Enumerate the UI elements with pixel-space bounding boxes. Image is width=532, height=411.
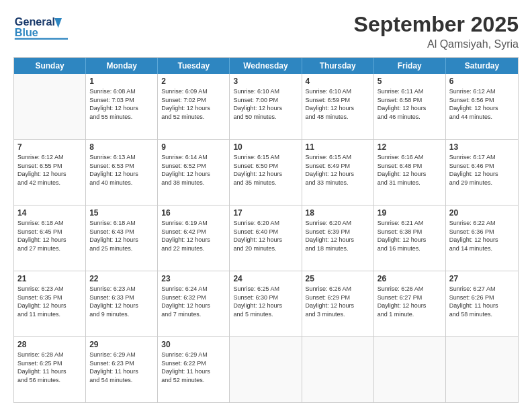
calendar-cell: 12Sunrise: 6:16 AM Sunset: 6:48 PM Dayli…	[374, 140, 446, 205]
calendar-header: SundayMondayTuesdayWednesdayThursdayFrid…	[14, 58, 518, 74]
day-number: 1	[89, 77, 154, 86]
logo-svg: General Blue	[13, 12, 74, 42]
day-info: Sunrise: 6:28 AM Sunset: 6:25 PM Dayligh…	[17, 351, 82, 384]
calendar-cell: 13Sunrise: 6:17 AM Sunset: 6:46 PM Dayli…	[446, 140, 518, 205]
logo: General Blue	[13, 12, 74, 42]
day-info: Sunrise: 6:08 AM Sunset: 7:03 PM Dayligh…	[89, 87, 154, 121]
day-info: Sunrise: 6:18 AM Sunset: 6:45 PM Dayligh…	[17, 219, 82, 253]
day-number: 21	[17, 274, 82, 283]
day-info: Sunrise: 6:23 AM Sunset: 6:35 PM Dayligh…	[17, 285, 82, 318]
day-number: 6	[449, 77, 515, 86]
day-number: 7	[17, 142, 82, 152]
day-info: Sunrise: 6:10 AM Sunset: 6:59 PM Dayligh…	[306, 87, 370, 121]
day-info: Sunrise: 6:21 AM Sunset: 6:38 PM Dayligh…	[378, 219, 442, 253]
subtitle: Al Qamsiyah, Syria	[354, 38, 519, 50]
day-info: Sunrise: 6:29 AM Sunset: 6:22 PM Dayligh…	[161, 351, 226, 384]
calendar-cell: 28Sunrise: 6:28 AM Sunset: 6:25 PM Dayli…	[14, 337, 86, 402]
calendar-cell: 7Sunrise: 6:12 AM Sunset: 6:55 PM Daylig…	[14, 140, 86, 205]
calendar-cell: 30Sunrise: 6:29 AM Sunset: 6:22 PM Dayli…	[158, 337, 230, 402]
calendar-cell: 20Sunrise: 6:22 AM Sunset: 6:36 PM Dayli…	[446, 205, 518, 271]
day-number: 19	[378, 208, 442, 218]
calendar-cell: 2Sunrise: 6:09 AM Sunset: 7:02 PM Daylig…	[158, 74, 230, 139]
calendar-header-cell: Wednesday	[230, 58, 302, 74]
day-number: 29	[89, 340, 154, 349]
day-info: Sunrise: 6:15 AM Sunset: 6:49 PM Dayligh…	[306, 153, 370, 187]
day-info: Sunrise: 6:15 AM Sunset: 6:50 PM Dayligh…	[233, 153, 298, 187]
calendar-week-4: 21Sunrise: 6:23 AM Sunset: 6:35 PM Dayli…	[14, 271, 518, 337]
calendar-cell	[230, 337, 302, 402]
day-number: 30	[161, 340, 226, 349]
day-number: 28	[17, 340, 82, 349]
calendar-cell: 1Sunrise: 6:08 AM Sunset: 7:03 PM Daylig…	[86, 74, 158, 139]
calendar-cell: 23Sunrise: 6:24 AM Sunset: 6:32 PM Dayli…	[158, 271, 230, 336]
calendar-cell: 8Sunrise: 6:13 AM Sunset: 6:53 PM Daylig…	[86, 140, 158, 205]
calendar-cell: 15Sunrise: 6:18 AM Sunset: 6:43 PM Dayli…	[86, 205, 158, 271]
calendar-cell: 9Sunrise: 6:14 AM Sunset: 6:52 PM Daylig…	[158, 140, 230, 205]
day-info: Sunrise: 6:20 AM Sunset: 6:39 PM Dayligh…	[306, 219, 370, 253]
calendar-cell: 14Sunrise: 6:18 AM Sunset: 6:45 PM Dayli…	[14, 205, 86, 271]
day-number: 25	[306, 274, 370, 283]
calendar-header-cell: Thursday	[302, 58, 374, 74]
calendar-body: 1Sunrise: 6:08 AM Sunset: 7:03 PM Daylig…	[14, 74, 518, 402]
main-title: September 2025	[354, 12, 519, 37]
calendar-cell: 18Sunrise: 6:20 AM Sunset: 6:39 PM Dayli…	[302, 205, 374, 271]
day-info: Sunrise: 6:20 AM Sunset: 6:40 PM Dayligh…	[233, 219, 298, 253]
day-info: Sunrise: 6:13 AM Sunset: 6:53 PM Dayligh…	[89, 153, 154, 187]
day-number: 27	[449, 274, 515, 283]
calendar-week-1: 1Sunrise: 6:08 AM Sunset: 7:03 PM Daylig…	[14, 74, 518, 140]
day-number: 20	[449, 208, 515, 218]
day-number: 4	[306, 77, 370, 86]
svg-rect-3	[15, 38, 68, 40]
day-number: 22	[89, 274, 154, 283]
calendar-cell: 11Sunrise: 6:15 AM Sunset: 6:49 PM Dayli…	[302, 140, 374, 205]
calendar-cell: 24Sunrise: 6:25 AM Sunset: 6:30 PM Dayli…	[230, 271, 302, 336]
day-number: 3	[233, 77, 298, 86]
calendar-cell: 25Sunrise: 6:26 AM Sunset: 6:29 PM Dayli…	[302, 271, 374, 336]
day-info: Sunrise: 6:19 AM Sunset: 6:42 PM Dayligh…	[161, 219, 226, 253]
header: General Blue September 2025 Al Qamsiyah,…	[13, 12, 519, 50]
day-number: 5	[378, 77, 442, 86]
calendar-cell	[14, 74, 86, 139]
calendar-week-5: 28Sunrise: 6:28 AM Sunset: 6:25 PM Dayli…	[14, 337, 518, 402]
day-info: Sunrise: 6:25 AM Sunset: 6:30 PM Dayligh…	[233, 285, 298, 318]
title-block: September 2025 Al Qamsiyah, Syria	[354, 12, 519, 50]
day-number: 26	[378, 274, 442, 283]
svg-text:General: General	[15, 15, 55, 28]
calendar-cell	[302, 337, 374, 402]
day-info: Sunrise: 6:23 AM Sunset: 6:33 PM Dayligh…	[89, 285, 154, 318]
calendar-cell	[374, 337, 446, 402]
day-info: Sunrise: 6:17 AM Sunset: 6:46 PM Dayligh…	[449, 153, 515, 187]
svg-text:Blue: Blue	[15, 26, 38, 38]
calendar-header-cell: Friday	[374, 58, 446, 74]
calendar-cell: 19Sunrise: 6:21 AM Sunset: 6:38 PM Dayli…	[374, 205, 446, 271]
calendar-cell: 3Sunrise: 6:10 AM Sunset: 7:00 PM Daylig…	[230, 74, 302, 139]
day-info: Sunrise: 6:12 AM Sunset: 6:56 PM Dayligh…	[449, 87, 515, 121]
calendar-cell: 6Sunrise: 6:12 AM Sunset: 6:56 PM Daylig…	[446, 74, 518, 139]
day-number: 24	[233, 274, 298, 283]
day-number: 2	[161, 77, 226, 86]
calendar-cell	[446, 337, 518, 402]
day-info: Sunrise: 6:26 AM Sunset: 6:27 PM Dayligh…	[378, 285, 442, 318]
day-info: Sunrise: 6:29 AM Sunset: 6:23 PM Dayligh…	[89, 351, 154, 384]
day-info: Sunrise: 6:12 AM Sunset: 6:55 PM Dayligh…	[17, 153, 82, 187]
day-number: 10	[233, 142, 298, 152]
calendar-cell: 22Sunrise: 6:23 AM Sunset: 6:33 PM Dayli…	[86, 271, 158, 336]
day-info: Sunrise: 6:11 AM Sunset: 6:58 PM Dayligh…	[378, 87, 442, 121]
calendar-week-3: 14Sunrise: 6:18 AM Sunset: 6:45 PM Dayli…	[14, 205, 518, 271]
day-number: 15	[89, 208, 154, 218]
page: General Blue September 2025 Al Qamsiyah,…	[0, 0, 532, 411]
day-number: 12	[378, 142, 442, 152]
calendar-header-cell: Monday	[86, 58, 158, 74]
calendar-cell: 5Sunrise: 6:11 AM Sunset: 6:58 PM Daylig…	[374, 74, 446, 139]
calendar: SundayMondayTuesdayWednesdayThursdayFrid…	[13, 57, 519, 403]
calendar-cell: 21Sunrise: 6:23 AM Sunset: 6:35 PM Dayli…	[14, 271, 86, 336]
calendar-week-2: 7Sunrise: 6:12 AM Sunset: 6:55 PM Daylig…	[14, 140, 518, 205]
day-info: Sunrise: 6:14 AM Sunset: 6:52 PM Dayligh…	[161, 153, 226, 187]
day-info: Sunrise: 6:16 AM Sunset: 6:48 PM Dayligh…	[378, 153, 442, 187]
calendar-cell: 16Sunrise: 6:19 AM Sunset: 6:42 PM Dayli…	[158, 205, 230, 271]
calendar-cell: 27Sunrise: 6:27 AM Sunset: 6:26 PM Dayli…	[446, 271, 518, 336]
calendar-header-cell: Saturday	[446, 58, 518, 74]
calendar-cell: 29Sunrise: 6:29 AM Sunset: 6:23 PM Dayli…	[86, 337, 158, 402]
calendar-cell: 26Sunrise: 6:26 AM Sunset: 6:27 PM Dayli…	[374, 271, 446, 336]
day-info: Sunrise: 6:10 AM Sunset: 7:00 PM Dayligh…	[233, 87, 298, 121]
